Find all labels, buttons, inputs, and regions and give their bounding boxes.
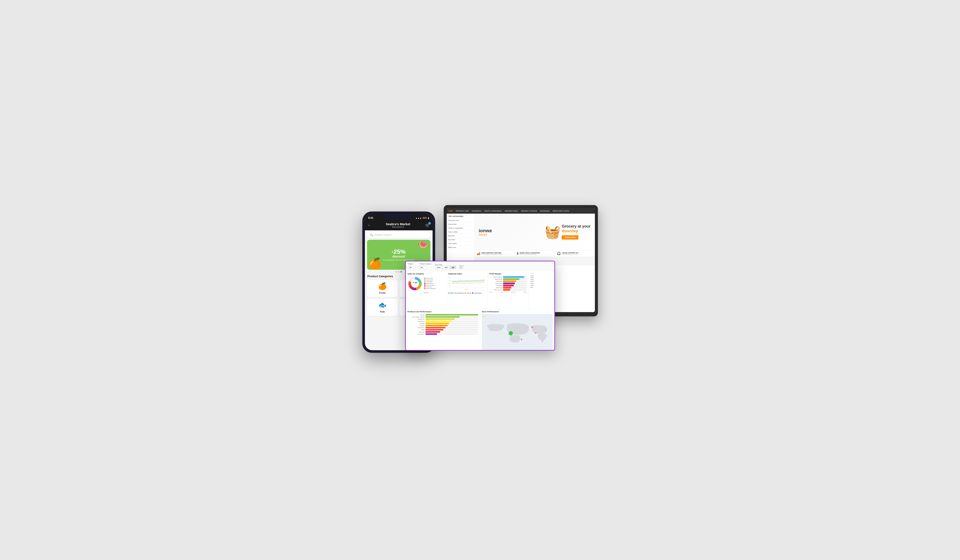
feature-support-text: ONLINE SUPPORT 24/7 Lorem ipsum dolor si… xyxy=(562,252,579,255)
region-select[interactable]: All xyxy=(408,266,416,269)
from-label: From xyxy=(459,267,464,269)
nav-bread[interactable]: BREAD DAIRY & EGGS xyxy=(552,210,569,212)
sidebar-dry-fruits[interactable]: Dry fruits xyxy=(448,238,473,242)
charts-row: Sales by Category 1.1B xyxy=(406,271,554,309)
categories-title: Product Categories xyxy=(368,274,393,278)
sidebar-chocolates[interactable]: Chocolates xyxy=(448,242,473,246)
sales-category-title: Sales by Category xyxy=(408,273,445,275)
x-axis-label: Month xyxy=(465,289,468,290)
product-line-panel: Product Line Performance Blu Ray Home Th… xyxy=(406,309,480,351)
store-performance-map: + − xyxy=(482,314,553,351)
fruit-right-decoration: 🍉 xyxy=(418,240,429,250)
discount-amount: -25% xyxy=(383,249,414,255)
phone-header: ← Seabra's Market Minimarket ℹ 🛒 1 xyxy=(365,221,432,230)
feature-money-back: $ MONEY BACK GUARANTEE 100% money back g… xyxy=(515,250,555,257)
hero-basket-image: 🧺 xyxy=(544,224,561,239)
hero-tagline: Grocery at your doorstep xyxy=(562,224,590,233)
store-type-toggle: Store Web All xyxy=(435,266,456,269)
dot-2[interactable] xyxy=(398,271,399,273)
dashboard-panel: Region: All Product Category: All Store … xyxy=(405,261,555,351)
fruit-left-decoration: 🍊 xyxy=(368,257,382,270)
store-btn[interactable]: Store xyxy=(435,266,442,269)
nav-personal-care[interactable]: PERSONAL CARE xyxy=(456,210,469,212)
donut-legend: Accessories Camcorders Computers Media P… xyxy=(424,278,436,290)
donut-chart: 1.1B Accessories Camcorders Computers Me… xyxy=(408,276,445,291)
sidebar-baby-care[interactable]: Baby care xyxy=(448,246,473,249)
money-back-icon: $ xyxy=(517,252,518,255)
partial-panel: Sale C... 350M 300M 250M 200M 150M 100M … xyxy=(528,271,554,309)
sidebar-personal-care[interactable]: Personal care xyxy=(448,219,473,222)
nav-grocery[interactable]: GROCERY & STAPLES xyxy=(521,210,537,212)
profit-margin-panel: Profit Margin Stereo Systems Media Playe… xyxy=(488,271,528,309)
fish-icon: 🐟 xyxy=(378,301,387,309)
sidebar-tea[interactable]: Tea & coffee xyxy=(448,230,473,234)
shop-now-button[interactable]: SHOP NOW xyxy=(562,235,578,239)
hero-text: Grocery at your doorstep SHOP NOW xyxy=(562,224,590,239)
banner-text: -25% discount For all products from the … xyxy=(383,249,414,261)
dashboard-filters: Region: All Product Category: All Store … xyxy=(406,262,554,271)
store-type-label: Store Type: xyxy=(435,264,456,265)
regional-sales-title: Regional Sales xyxy=(448,273,486,275)
nav-household[interactable]: HOUSEHOLD xyxy=(472,210,482,212)
y-label-70m: 70M xyxy=(448,277,450,278)
fruits-icon: 🍊 xyxy=(378,282,387,290)
store-title-group: Seabra's Market Minimarket ℹ xyxy=(373,222,424,228)
status-time: 9:41 xyxy=(368,216,373,219)
store-subtitle: Minimarket ℹ xyxy=(373,226,424,228)
feature-money-text: MONEY BACK GUARANTEE 100% money back gua… xyxy=(520,252,540,255)
sidebar-biscuits[interactable]: Biscuits xyxy=(448,234,473,238)
nav-home[interactable]: HOME xyxy=(448,210,453,212)
store-type-filter: Store Type: Store Web All xyxy=(435,264,456,269)
product-category-label: Product Category: xyxy=(419,263,432,265)
nav-branded[interactable]: BRANDED FOODS xyxy=(505,210,518,212)
logo-group: ionwe Grocery xyxy=(479,228,492,236)
product-category-select[interactable]: All xyxy=(419,266,427,269)
feature-shipping: 🚚 FREE SHIPPING & RETURN Free shipping o… xyxy=(475,250,515,257)
product-line-bars: Blu Ray Home Theater Systems Speaker Kit… xyxy=(408,314,478,335)
dot-3-active[interactable] xyxy=(400,271,402,273)
product-line-title: Product Line Performance xyxy=(408,311,478,313)
wifi-icon: WiFi xyxy=(423,217,427,219)
dashboard-bottom: Product Line Performance Blu Ray Home Th… xyxy=(406,309,554,351)
status-icons: ▲▲▲ WiFi ▮ xyxy=(416,217,429,219)
sale-filter: Sale C From xyxy=(459,265,464,269)
cart-count: 1 xyxy=(428,222,431,225)
profit-margin-title: Profit Margin xyxy=(489,273,526,275)
donut-center-value: 1.1B xyxy=(413,281,417,284)
map-dot-5 xyxy=(542,341,543,341)
fruits-label: Fruits xyxy=(379,292,386,294)
web-btn[interactable]: Web xyxy=(443,266,450,269)
sidebar-household[interactable]: Household xyxy=(448,222,473,226)
brand-subtitle: Grocery xyxy=(479,233,492,236)
product-category-filter: Product Category: All xyxy=(419,263,432,269)
all-btn[interactable]: All xyxy=(450,266,456,269)
world-map-svg xyxy=(482,314,553,351)
category-fish[interactable]: 🐟 Fish xyxy=(367,299,398,316)
sales-by-category-panel: Sales by Category 1.1B xyxy=(406,271,447,309)
sidebar-fruits-veg[interactable]: Fruits & vegetables xyxy=(448,226,473,230)
dot-1[interactable] xyxy=(395,271,397,273)
discount-label: discount xyxy=(383,255,414,258)
nav-beverages[interactable]: BEVERAGES xyxy=(540,210,550,212)
store-name: Seabra's Market xyxy=(373,222,424,226)
y-label-52m: 52.5M xyxy=(448,280,451,281)
y-label-35m: 35M xyxy=(448,283,450,284)
regional-legend: EMEA North America Oceania South America xyxy=(448,292,486,294)
search-bar[interactable]: 🔍 Product search xyxy=(367,232,430,238)
map-dot-2 xyxy=(535,332,536,334)
support-icon: 🎧 xyxy=(557,252,561,255)
info-icon[interactable]: ℹ xyxy=(403,226,404,228)
store-performance-panel: Store Performance + − xyxy=(480,309,554,351)
region-label: Region: xyxy=(408,263,416,265)
nav-fruits[interactable]: FRUITS & VEGETABLES xyxy=(485,210,502,212)
map-dot-4 xyxy=(521,339,522,340)
partial-numbers: 350M 300M 250M 200M 150M 100M 50M xyxy=(530,275,552,288)
cart-button[interactable]: 🛒 1 xyxy=(425,223,430,228)
partial-label: Sale C... xyxy=(530,273,552,274)
back-button[interactable]: ← xyxy=(368,223,371,227)
sale-label: Sale C xyxy=(459,265,464,267)
category-fruits[interactable]: 🍊 Fruits xyxy=(367,280,398,297)
sidebar-title: TOP CATEGORIES xyxy=(448,215,473,217)
region-filter: Region: All xyxy=(408,263,416,269)
grocery-nav: HOME PERSONAL CARE HOUSEHOLD FRUITS & VE… xyxy=(447,208,595,214)
